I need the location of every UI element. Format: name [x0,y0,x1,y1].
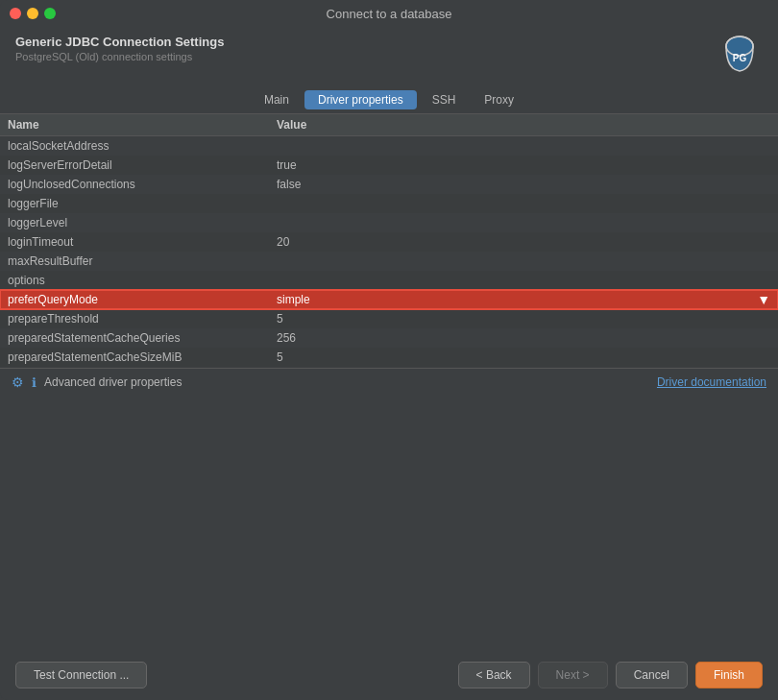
close-button[interactable] [10,8,21,19]
cell-property-name: prepareThreshold [8,312,277,326]
connection-title: Generic JDBC Connection Settings [15,35,224,49]
tab-ssh[interactable]: SSH [419,90,470,109]
cell-property-name: loggerLevel [8,216,277,229]
next-button[interactable]: Next > [538,662,608,688]
cell-property-name: preparedStatementCacheSizeMiB [8,350,277,364]
header-info: Generic JDBC Connection Settings Postgre… [15,35,224,62]
dropdown-arrow-icon[interactable]: ▼ [757,292,770,307]
cell-property-name: preparedStatementCacheQueries [8,331,277,345]
cell-property-value: false [277,178,770,191]
test-connection-button[interactable]: Test Connection ... [15,662,147,688]
cell-property-value: 256 [277,331,770,345]
cell-property-name: logUnclosedConnections [8,178,277,191]
empty-area [0,396,778,650]
table-row[interactable]: prepareThreshold5 [0,309,778,328]
column-header-name: Name [8,118,277,132]
column-header-value: Value [277,118,770,132]
connection-subtitle: PostgreSQL (Old) connection settings [15,51,224,62]
footer-bar: ⚙ ℹ Advanced driver properties Driver do… [0,368,778,396]
window-controls [10,8,56,19]
back-button[interactable]: < Back [458,662,530,688]
table-row[interactable]: maxResultBuffer [0,252,778,271]
cell-property-name: maxResultBuffer [8,254,277,268]
cell-property-value: true [277,158,770,172]
cell-property-name: loginTimeout [8,235,277,249]
table-row[interactable]: options [0,271,778,290]
finish-button[interactable]: Finish [695,662,763,688]
cell-property-value: 5 [277,350,770,364]
info-icon: ℹ [32,375,36,390]
dialog-header: Generic JDBC Connection Settings Postgre… [0,27,778,84]
table-row[interactable]: localSocketAddress [0,136,778,156]
table-row[interactable]: loggerLevel [0,213,778,232]
cell-property-value: simple [277,293,757,306]
table-row[interactable]: logServerErrorDetailtrue [0,156,778,175]
cell-property-value: 5 [277,312,770,326]
table-body[interactable]: localSocketAddresslogServerErrorDetailtr… [0,136,778,368]
advanced-driver-text[interactable]: Advanced driver properties [44,375,182,389]
table-row[interactable]: loggerFile [0,194,778,213]
maximize-button[interactable] [44,8,56,19]
title-bar: Connect to a database [0,0,778,27]
table-row[interactable]: logUnclosedConnectionsfalse [0,175,778,194]
cell-property-name: options [8,274,277,287]
action-buttons: Test Connection ... < Back Next > Cancel… [0,650,778,700]
cell-property-name: logServerErrorDetail [8,158,277,172]
cancel-button[interactable]: Cancel [616,662,688,688]
cell-property-name: loggerFile [8,197,277,210]
table-row[interactable]: preferQueryModesimple▼ [0,290,778,309]
cell-property-name: preferQueryMode [8,293,277,306]
settings-icon: ⚙ [12,374,24,390]
svg-text:PG: PG [733,53,747,63]
table-row[interactable]: preparedStatementCacheSizeMiB5 [0,348,778,367]
footer-left: ⚙ ℹ Advanced driver properties [12,374,182,390]
postgresql-icon: PG [717,35,763,81]
cell-property-value: 20 [277,235,770,249]
nav-buttons: < Back Next > Cancel Finish [458,662,763,688]
window-title: Connect to a database [327,7,452,21]
cell-property-name: localSocketAddress [8,139,277,153]
tabs-bar: Main Driver properties SSH Proxy [0,84,778,113]
table-row[interactable]: preparedStatementCacheQueries256 [0,328,778,348]
table-header: Name Value [0,113,778,136]
tab-main[interactable]: Main [251,90,303,109]
minimize-button[interactable] [27,8,38,19]
tab-driver-properties[interactable]: Driver properties [304,90,417,109]
properties-table: Name Value localSocketAddresslogServerEr… [0,113,778,368]
driver-documentation-link[interactable]: Driver documentation [657,375,766,389]
main-window: Connect to a database Generic JDBC Conne… [0,0,778,700]
table-row[interactable]: loginTimeout20 [0,232,778,252]
tab-proxy[interactable]: Proxy [471,90,527,109]
